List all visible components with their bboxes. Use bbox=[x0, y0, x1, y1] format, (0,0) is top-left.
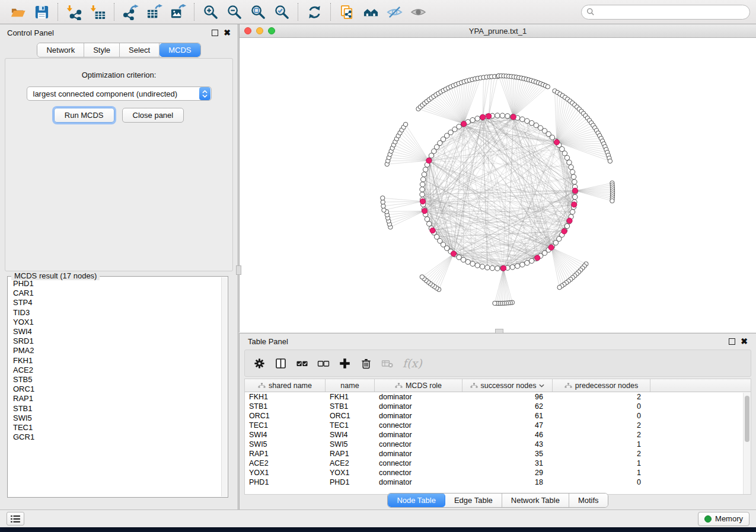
graph-node[interactable] bbox=[525, 118, 529, 123]
table-cell-predecessors[interactable]: 0 bbox=[553, 412, 650, 420]
table-cell-shared-name[interactable]: SWI5 bbox=[245, 440, 326, 448]
column-header-mcds-role[interactable]: MCDS role bbox=[375, 379, 462, 392]
table-cell-shared-name[interactable]: STB1 bbox=[245, 402, 326, 411]
graph-leaf-node[interactable] bbox=[381, 196, 385, 200]
graph-node[interactable] bbox=[485, 265, 490, 270]
table-cell-role[interactable]: dominator bbox=[375, 450, 462, 458]
table-cell-name[interactable]: FKH1 bbox=[326, 393, 375, 401]
tab-network-table[interactable]: Network Table bbox=[502, 493, 569, 507]
float-table-panel-button[interactable] bbox=[729, 338, 735, 345]
graph-node[interactable] bbox=[470, 261, 475, 266]
table-cell-successors[interactable]: 35 bbox=[462, 450, 553, 458]
graph-leaf-node[interactable] bbox=[557, 285, 562, 289]
table-settings-button[interactable] bbox=[253, 357, 266, 370]
graph-node[interactable] bbox=[529, 258, 534, 263]
table-cell-shared-name[interactable]: TEC1 bbox=[245, 421, 326, 430]
mcds-list-item[interactable]: TEC1 bbox=[9, 423, 221, 432]
table-cell-predecessors[interactable]: 0 bbox=[553, 478, 650, 486]
table-row[interactable]: STB1STB1dominator620 bbox=[245, 402, 751, 411]
mcds-hub-node[interactable] bbox=[567, 218, 572, 223]
refresh-button[interactable] bbox=[302, 1, 326, 23]
graph-node[interactable] bbox=[562, 151, 567, 156]
mcds-list-item[interactable]: TID3 bbox=[9, 308, 221, 318]
table-cell-predecessors[interactable]: 1 bbox=[553, 440, 650, 448]
table-cell-shared-name[interactable]: SWI4 bbox=[245, 431, 326, 439]
deselect-all-button[interactable] bbox=[317, 357, 330, 370]
column-header-shared-name[interactable]: shared name bbox=[245, 379, 326, 392]
graph-node[interactable] bbox=[495, 113, 500, 118]
criterion-dropdown[interactable]: largest connected component (undirected) bbox=[27, 86, 212, 101]
table-cell-role[interactable]: connector bbox=[375, 459, 462, 467]
graph-node[interactable] bbox=[475, 263, 480, 268]
mcds-list-item[interactable]: STP4 bbox=[9, 298, 221, 307]
mcds-list-item[interactable]: RAP1 bbox=[9, 394, 221, 403]
tab-style[interactable]: Style bbox=[84, 43, 120, 57]
table-cell-successors[interactable]: 43 bbox=[462, 440, 553, 448]
show-columns-button[interactable] bbox=[275, 357, 287, 370]
graph-node[interactable] bbox=[520, 117, 525, 121]
table-cell-shared-name[interactable]: ACE2 bbox=[245, 459, 326, 467]
graph-node[interactable] bbox=[573, 194, 578, 199]
table-cell-role[interactable]: dominator bbox=[375, 412, 462, 420]
mcds-hub-node[interactable] bbox=[451, 251, 456, 257]
graph-node[interactable] bbox=[465, 259, 470, 264]
graph-node[interactable] bbox=[420, 182, 425, 187]
tab-select[interactable]: Select bbox=[120, 43, 160, 57]
table-cell-name[interactable]: RAP1 bbox=[326, 450, 375, 458]
table-cell-predecessors[interactable]: 2 bbox=[553, 421, 650, 430]
graph-leaf-node[interactable] bbox=[381, 200, 385, 204]
mcds-list-item[interactable]: ACE2 bbox=[9, 366, 221, 375]
graph-node[interactable] bbox=[505, 114, 510, 118]
table-row[interactable]: ORC1ORC1dominator610 bbox=[245, 411, 751, 421]
graph-node[interactable] bbox=[470, 117, 475, 122]
graph-node[interactable] bbox=[570, 210, 575, 214]
graph-leaf-node[interactable] bbox=[381, 204, 385, 208]
mcds-list-item[interactable]: FKH1 bbox=[9, 356, 221, 366]
add-column-button[interactable] bbox=[339, 357, 351, 370]
table-cell-name[interactable]: TEC1 bbox=[326, 421, 375, 430]
column-header-successor-nodes[interactable]: successor nodes bbox=[462, 379, 553, 392]
table-cell-predecessors[interactable]: 2 bbox=[553, 393, 650, 401]
graph-leaf-node[interactable] bbox=[608, 159, 612, 163]
import-table-button[interactable] bbox=[86, 1, 110, 23]
table-cell-name[interactable]: SWI5 bbox=[326, 440, 375, 448]
graph-node[interactable] bbox=[570, 169, 575, 174]
mcds-list-item[interactable]: PHD1 bbox=[9, 279, 221, 289]
table-cell-name[interactable]: STB1 bbox=[326, 402, 375, 411]
function-builder-button[interactable]: f(x) bbox=[403, 357, 422, 370]
mcds-list-scrollbar[interactable] bbox=[221, 277, 227, 496]
graph-node[interactable] bbox=[500, 113, 505, 118]
network-svg[interactable] bbox=[240, 38, 756, 332]
mcds-hub-node[interactable] bbox=[480, 114, 486, 120]
graph-node[interactable] bbox=[520, 262, 525, 267]
memory-button[interactable]: Memory bbox=[698, 512, 749, 526]
table-cell-name[interactable]: PHD1 bbox=[326, 478, 375, 486]
graph-node[interactable] bbox=[422, 172, 426, 177]
table-cell-shared-name[interactable]: PHD1 bbox=[245, 478, 326, 486]
table-row[interactable]: TEC1TEC1connector472 bbox=[245, 421, 751, 430]
open-session-button[interactable] bbox=[6, 1, 30, 23]
run-mcds-button[interactable]: Run MCDS bbox=[54, 108, 114, 123]
table-cell-predecessors[interactable]: 2 bbox=[553, 431, 650, 439]
mcds-hub-node[interactable] bbox=[548, 245, 554, 250]
table-cell-predecessors[interactable]: 0 bbox=[553, 402, 650, 411]
mcds-list-item[interactable]: SWI4 bbox=[9, 327, 221, 336]
mcds-hub-node[interactable] bbox=[535, 255, 540, 261]
graph-node[interactable] bbox=[425, 217, 429, 222]
mcds-hub-node[interactable] bbox=[511, 114, 516, 120]
table-scrollbar-thumb[interactable] bbox=[745, 396, 749, 442]
graph-node[interactable] bbox=[420, 192, 425, 197]
graph-node[interactable] bbox=[457, 124, 461, 129]
table-cell-successors[interactable]: 46 bbox=[462, 431, 553, 439]
column-header-name[interactable]: name bbox=[326, 379, 375, 392]
mcds-list-item[interactable]: GCR1 bbox=[9, 432, 221, 442]
graph-node[interactable] bbox=[475, 116, 480, 121]
table-cell-name[interactable]: ORC1 bbox=[326, 412, 375, 420]
mcds-hub-node[interactable] bbox=[554, 139, 559, 145]
hide-selected-button[interactable] bbox=[382, 1, 406, 23]
table-cell-successors[interactable]: 29 bbox=[462, 469, 553, 477]
table-cell-predecessors[interactable]: 1 bbox=[553, 459, 650, 467]
table-cell-successors[interactable]: 47 bbox=[462, 421, 553, 430]
table-row[interactable]: FKH1FKH1dominator962 bbox=[245, 392, 751, 402]
table-row[interactable]: RAP1RAP1dominator352 bbox=[245, 449, 751, 459]
